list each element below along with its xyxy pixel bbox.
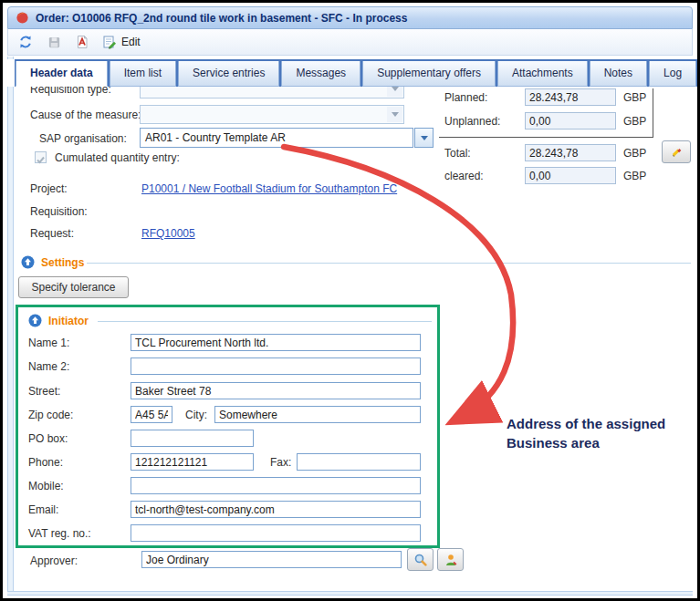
collapse-section-icon[interactable] — [21, 255, 35, 273]
left-panel-border — [7, 57, 14, 591]
edit-label: Edit — [121, 36, 141, 48]
unplanned-label: Unplanned: — [444, 115, 500, 128]
app-icon — [16, 11, 29, 25]
total-label: Total: — [444, 147, 471, 160]
refresh-icon — [18, 35, 33, 49]
pencil-icon — [669, 145, 684, 160]
sap-organisation-label: SAP organisation: — [39, 132, 127, 145]
approver-label: Approver: — [30, 554, 78, 567]
cleared-label: cleared: — [444, 170, 484, 182]
tab-header-data[interactable]: Header data — [16, 61, 108, 87]
initiator-highlight-box — [16, 305, 440, 548]
save-button[interactable] — [46, 34, 62, 50]
pdf-export-icon — [75, 35, 89, 49]
tab-attachments[interactable]: Attachments — [497, 61, 588, 87]
edit-button[interactable]: Edit — [102, 35, 141, 49]
cause-of-measure-label: Cause of the measure: — [30, 109, 141, 121]
settings-section-title: Settings — [41, 256, 84, 269]
specify-tolerance-button[interactable]: Specify tolerance — [18, 276, 129, 298]
save-icon — [47, 36, 61, 49]
tab-item-list[interactable]: Item list — [110, 61, 176, 87]
cleared-value-field[interactable] — [525, 167, 616, 184]
project-link[interactable]: P10001 / New Football Stadium for Southa… — [141, 182, 397, 195]
toolbar: Edit — [7, 29, 693, 56]
settings-section-rule — [87, 263, 691, 264]
tab-notes[interactable]: Notes — [590, 61, 647, 87]
edit-total-button[interactable] — [662, 140, 691, 163]
cumulated-quantity-label: Cumulated quantity entry: — [55, 151, 180, 164]
approver-user-button[interactable] — [437, 548, 464, 571]
planned-value-field[interactable] — [525, 88, 616, 106]
requisition-label: Requisition: — [30, 205, 88, 218]
unplanned-value-field[interactable] — [525, 112, 616, 130]
user-icon — [444, 553, 458, 567]
sap-organisation-combobox[interactable]: AR01 - Country Template AR — [140, 128, 413, 148]
annotation-text: Address of the assigned Business area — [507, 414, 673, 452]
window-title-bar: Order: O10006 RFQ_2nd round tile work in… — [7, 6, 693, 29]
approver-search-button[interactable] — [407, 548, 434, 571]
application-window: Order: O10006 RFQ_2nd round tile work in… — [0, 0, 700, 601]
chevron-down-icon — [421, 136, 428, 140]
sap-organisation-dropdown-button[interactable] — [414, 128, 434, 148]
cleared-currency: GBP — [623, 170, 646, 182]
planned-label: Planned: — [444, 91, 487, 104]
edit-icon — [102, 35, 117, 49]
chevron-down-icon — [387, 107, 402, 122]
tab-log[interactable]: Log — [649, 61, 696, 87]
refresh-button[interactable] — [17, 34, 34, 50]
pdf-export-button[interactable] — [74, 34, 90, 50]
tab-messages[interactable]: Messages — [281, 61, 360, 87]
approver-field[interactable] — [141, 551, 402, 568]
request-label: Request: — [30, 227, 74, 240]
bottom-panel-border — [7, 591, 693, 596]
search-icon — [413, 553, 428, 567]
tab-service-entries[interactable]: Service entries — [178, 61, 279, 87]
window-title: Order: O10006 RFQ_2nd round tile work in… — [36, 12, 407, 25]
total-value-field[interactable] — [525, 144, 616, 161]
cause-of-measure-select[interactable] — [140, 105, 404, 124]
cumulated-quantity-checkbox[interactable] — [35, 151, 47, 163]
totals-group-border-vertical — [653, 88, 653, 137]
totals-divider — [439, 137, 653, 138]
total-currency: GBP — [623, 147, 646, 160]
tab-supplementary-offers[interactable]: Supplementary offers — [362, 61, 496, 87]
unplanned-currency: GBP — [623, 115, 646, 128]
project-label: Project: — [30, 182, 68, 195]
request-link[interactable]: RFQ10005 — [141, 227, 195, 240]
check-icon — [36, 155, 46, 165]
planned-currency: GBP — [623, 91, 646, 104]
tab-bar: Header data Item list Service entries Me… — [3, 59, 697, 87]
